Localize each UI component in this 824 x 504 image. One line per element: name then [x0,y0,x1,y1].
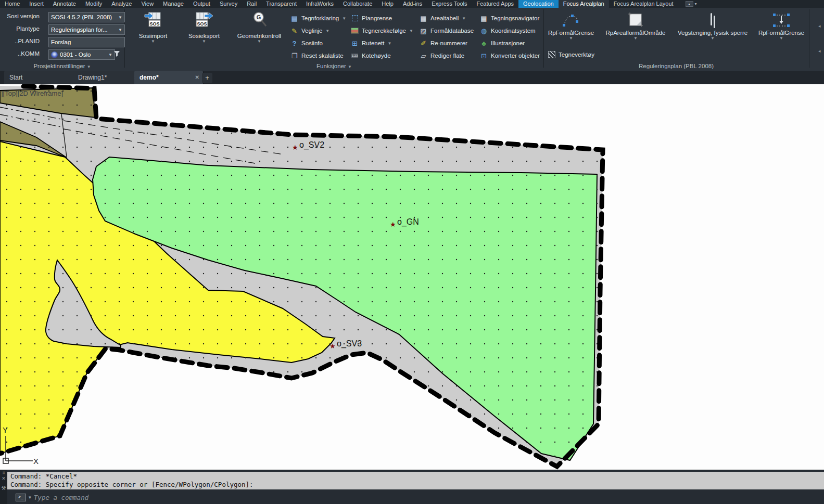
menu-analyze[interactable]: Analyze [107,0,136,8]
menu-survey[interactable]: Survey [215,0,242,8]
convert-objects-icon: ⊡ [480,52,488,60]
veglinje-button[interactable]: ✎ Veglinje ▼ [290,24,350,37]
menu-express-tools[interactable]: Express Tools [427,0,472,8]
ribbon-overflow-icon[interactable]: ◂ [818,48,821,54]
sosiimport-icon: SOS [144,11,162,32]
menu-insert[interactable]: Insert [24,0,48,8]
panel-title-reguleringsplan[interactable]: Reguleringsplan (PBL 2008) [543,62,809,70]
grip-dots-icon[interactable]: ⠿ [0,471,7,475]
wrench-icon[interactable]: ⚒ [0,482,7,495]
illustrasjoner-button[interactable]: ♣ Illustrasjoner [480,37,544,49]
command-history-line: Command: Specify opposite corner or [Fen… [10,481,824,489]
drawing-canvas[interactable]: ★ o_SV2 ★ o_GN ★ o_SV3 Y X [-][Top][2D W… [0,84,824,470]
new-tab-button[interactable]: + [202,73,212,83]
chevron-down-icon[interactable]: ▾ [695,2,697,6]
close-icon[interactable]: ✕ [195,71,199,84]
chevron-down-icon: ▼ [342,16,346,21]
sosiimport-button[interactable]: SOS Sosiimport ▼ [130,11,176,44]
boundary-arrow-icon [771,12,792,29]
rpformalgrense-button[interactable]: RpFormålGrense ▼ [547,12,595,41]
edit-surface-icon: ▱ [420,52,427,60]
menu-annotate[interactable]: Annotate [48,0,81,8]
star-marker[interactable]: ★ [329,342,336,350]
label-o-sv3[interactable]: o_SV3 [337,339,362,348]
geometrikontroll-icon: G [251,11,268,32]
geometrikontroll-button[interactable]: G Geometrikontroll ▼ [232,11,286,44]
vegstenging-button[interactable]: Vegstenging, fysisk sperre ▼ [675,12,751,41]
rpformalgrense2-button[interactable]: RpFormålGrense ▼ [753,12,810,41]
tegningsnavigator-button[interactable]: ▤ Tegningsnavigator [480,12,544,24]
menu-rail[interactable]: Rail [242,0,261,8]
rparealformalomrade-button[interactable]: RpArealformålOmråde ▼ [599,12,673,41]
dashed-boundary-icon [351,15,359,22]
renummerer-button[interactable]: ✐ Re-nummerer [420,37,480,49]
formaldatabase-button[interactable]: ▨ Formåldatabase [420,24,480,37]
command-input[interactable]: Type a command [34,494,88,501]
ribbon-collapse-icon[interactable]: ▴ [686,1,693,7]
filter-icon[interactable] [113,50,120,58]
label-o-sv2[interactable]: o_SV2 [299,140,324,150]
chevron-down-icon: ▼ [118,28,122,32]
chevron-down-icon: ▼ [325,29,329,33]
kotehoyde-button[interactable]: 1.23 Kotehøyde [351,49,417,62]
command-window-grip[interactable]: ⠿ ✕ ⚒ [0,470,7,504]
table-pencil-icon: ▦ [420,15,427,22]
field-label-planid: ..PLANID [2,38,40,44]
label-o-gn[interactable]: o_GN [397,217,419,227]
star-marker[interactable]: ★ [292,144,298,151]
elevation-number-icon: 1.23 [351,52,359,60]
menu-output[interactable]: Output [188,0,215,8]
tegnforklaring-button[interactable]: ▤ Tegnforklaring ▼ [290,12,350,24]
komm-dropdown[interactable]: 0301 - Oslo ▼ [48,49,115,60]
chevron-down-icon: ▼ [108,53,112,57]
menu-collaborate[interactable]: Collaborate [338,0,377,8]
drawing-list-icon: ▤ [480,15,488,22]
tree-icon: ♣ [480,40,488,47]
sosi-versjon-dropdown[interactable]: SOSI 4.5.2 (PBL 2008) ▼ [48,12,125,22]
svg-text:SOS: SOS [149,21,159,27]
planid-input[interactable]: Forslag [48,37,125,47]
map-drawing[interactable]: ★ o_SV2 ★ o_GN ★ o_SV3 Y X [-][Top][2D W… [0,84,824,470]
sosieksport-button[interactable]: SOS Sosieksport ▼ [181,11,227,44]
tab-start[interactable]: Start [4,71,77,84]
rediger-flate-button[interactable]: ▱ Rediger flate [420,49,480,62]
panel-title-funksjoner[interactable]: Funksjoner ▼ [125,62,543,70]
menu-manage[interactable]: Manage [158,0,188,8]
menu-bar: Home Insert Annotate Modify Analyze View… [0,0,824,8]
ucs-y-label: Y [3,425,8,434]
sosiinfo-button[interactable]: ? Sosiinfo [290,37,350,49]
rutenett-button[interactable]: ⊞ Rutenett ▼ [351,37,417,49]
menu-geolocation[interactable]: Geolocation [518,0,559,8]
chevron-down-icon[interactable]: ▼ [29,495,31,500]
menu-featured-apps[interactable]: Featured Apps [472,0,518,8]
koordinatsystem-button[interactable]: ◍ Koordinatsystem [480,24,544,37]
tegnerekkefolge-button[interactable]: Tegnerekkefølge ▼ [351,24,417,37]
tegneverktoy-button[interactable]: Tegneverktøy [548,48,594,61]
konverter-objekter-button[interactable]: ⊡ Konverter objekter [480,49,544,62]
close-icon[interactable]: ✕ [0,475,7,482]
reset-skalaliste-button[interactable]: ❐ Reset skalaliste [290,49,350,62]
menu-focus-arealplan[interactable]: Focus Arealplan [559,0,609,8]
menu-focus-arealplan-layout[interactable]: Focus Arealplan Layout [609,0,678,8]
field-label-plantype: Plantype [2,25,40,32]
menu-modify[interactable]: Modify [81,0,107,8]
star-marker[interactable]: ★ [390,221,396,228]
panel-title-prosjektinnstillinger[interactable]: Prosjektinnstillinger ▼ [0,62,124,70]
menu-transparent[interactable]: Transparent [261,0,301,8]
command-prompt-icon[interactable]: >_ [16,494,26,501]
viewport-label[interactable]: [-][Top][2D Wireframe] [0,89,63,97]
menu-view[interactable]: View [136,0,158,8]
arealtabell-button[interactable]: ▦ Arealtabell ▼ [420,12,480,24]
plangrense-button[interactable]: Plangrense [351,12,417,24]
tab-drawing1[interactable]: Drawing1* ✕ [73,71,142,84]
menu-help[interactable]: Help [377,0,398,8]
command-input-row[interactable]: >_ ▼ Type a command [7,491,824,503]
chevron-down-icon: ▼ [181,40,227,44]
ribbon-overflow-icon[interactable]: ◂ [818,23,821,29]
menu-home[interactable]: Home [0,0,24,8]
menu-infraworks[interactable]: InfraWorks [301,0,338,8]
oslo-crest-icon [51,51,58,58]
tab-demo[interactable]: demo* ✕ [134,71,204,84]
menu-addins[interactable]: Add-ins [398,0,427,8]
plantype-dropdown[interactable]: Reguleringsplan for... ▼ [48,24,125,35]
